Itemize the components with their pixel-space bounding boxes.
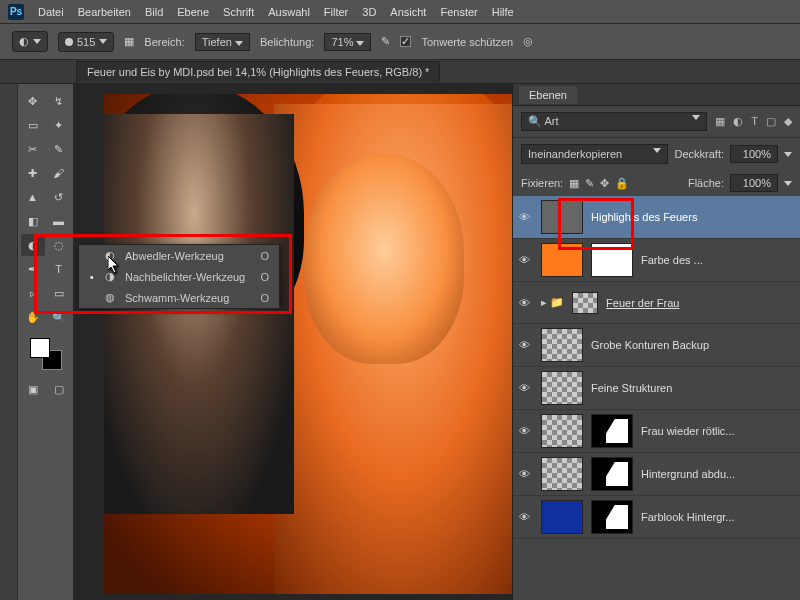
layer-thumb [591, 457, 633, 491]
document-tab-bar: Feuer und Eis by MDI.psd bei 14,1% (High… [0, 60, 800, 84]
eyedropper-tool[interactable]: ✎ [47, 138, 71, 160]
menu-item[interactable]: 3D [362, 6, 376, 18]
visibility-icon[interactable]: 👁 [519, 339, 533, 351]
stamp-tool[interactable]: ▲ [21, 186, 45, 208]
type-tool[interactable]: T [47, 258, 71, 280]
lock-icon[interactable]: ✥ [600, 177, 609, 190]
exposure-input[interactable]: 71% [324, 33, 371, 51]
layer-thumb [591, 500, 633, 534]
toolbox: ✥↯ ▭✦ ✂✎ ✚🖌 ▲↺ ◧▬ ◐◌ ✒T ▹▭ ✋🔍 ▣▢ [18, 84, 74, 600]
marquee-tool[interactable]: ▭ [21, 114, 45, 136]
menu-item[interactable]: Datei [38, 6, 64, 18]
layer-thumb [541, 457, 583, 491]
tool-preset[interactable]: ◐ [12, 31, 48, 52]
layer-name: Farbe des ... [641, 254, 794, 266]
eraser-tool[interactable]: ◧ [21, 210, 45, 232]
visibility-icon[interactable]: 👁 [519, 297, 533, 309]
visibility-icon[interactable]: 👁 [519, 425, 533, 437]
folder-icon[interactable]: ▸ 📁 [541, 296, 564, 309]
lock-icon[interactable]: ▦ [569, 177, 579, 190]
brush-tool[interactable]: 🖌 [47, 162, 71, 184]
collapsed-panel[interactable] [0, 84, 18, 600]
opacity-label: Deckkraft: [674, 148, 724, 160]
heal-tool[interactable]: ✚ [21, 162, 45, 184]
path-tool[interactable]: ▹ [21, 282, 45, 304]
flyout-item-sponge[interactable]: ◍Schwamm-WerkzeugO [79, 287, 279, 308]
menu-item[interactable]: Auswahl [268, 6, 310, 18]
brush-panel-icon[interactable]: ▦ [124, 35, 134, 48]
range-select[interactable]: Tiefen [195, 33, 250, 51]
shape-tool[interactable]: ▭ [47, 282, 71, 304]
layer-thumb [541, 500, 583, 534]
menu-item[interactable]: Bild [145, 6, 163, 18]
document-tab[interactable]: Feuer und Eis by MDI.psd bei 14,1% (High… [76, 61, 440, 82]
menu-item[interactable]: Ebene [177, 6, 209, 18]
airbrush-icon[interactable]: ✎ [381, 35, 390, 48]
color-swatches[interactable] [30, 338, 62, 370]
layer-row[interactable]: 👁Farblook Hintergr... [513, 496, 800, 539]
crop-tool[interactable]: ✂ [21, 138, 45, 160]
blur-tool[interactable]: ◌ [47, 234, 71, 256]
menu-item[interactable]: Hilfe [492, 6, 514, 18]
options-bar: ◐ 515 ▦ Bereich: Tiefen Belichtung: 71% … [0, 24, 800, 60]
layer-name: Feuer der Frau [606, 297, 794, 309]
quickmask[interactable]: ▣ [21, 378, 45, 400]
tool-flyout: ◐Abwedler-WerkzeugO ▪◑Nachbelichter-Werk… [78, 244, 280, 309]
menu-item[interactable]: Filter [324, 6, 348, 18]
document-image [104, 94, 512, 594]
layer-name: Feine Strukturen [591, 382, 794, 394]
visibility-icon[interactable]: 👁 [519, 254, 533, 266]
layer-thumb [541, 371, 583, 405]
protect-tones-checkbox[interactable] [400, 36, 411, 47]
menu-item[interactable]: Schrift [223, 6, 254, 18]
visibility-icon[interactable]: 👁 [519, 382, 533, 394]
layer-name: Highlights des Feuers [591, 211, 794, 223]
layer-row[interactable]: 👁Highlights des Feuers [513, 196, 800, 239]
protect-tones-label: Tonwerte schützen [421, 36, 513, 48]
layer-thumb [541, 200, 583, 234]
history-brush[interactable]: ↺ [47, 186, 71, 208]
layers-panel: Ebenen 🔍 Art ▦◐T▢◆ Ineinanderkopieren De… [512, 84, 800, 600]
pressure-icon[interactable]: ◎ [523, 35, 533, 48]
hand-tool[interactable]: ✋ [21, 306, 45, 328]
menu-bar: Ps Datei Bearbeiten Bild Ebene Schrift A… [0, 0, 800, 24]
pen-tool[interactable]: ✒ [21, 258, 45, 280]
layer-thumb [591, 243, 633, 277]
opacity-input[interactable]: 100% [730, 145, 778, 163]
layer-row[interactable]: 👁Farbe des ... [513, 239, 800, 282]
layer-thumb [541, 328, 583, 362]
zoom-tool[interactable]: 🔍 [47, 306, 71, 328]
move-tool[interactable]: ✥ [21, 90, 45, 112]
menu-item[interactable]: Bearbeiten [78, 6, 131, 18]
visibility-icon[interactable]: 👁 [519, 511, 533, 523]
lock-icon[interactable]: 🔒 [615, 177, 629, 190]
layer-row[interactable]: 👁Frau wieder rötlic... [513, 410, 800, 453]
dodge-tool[interactable]: ◐ [21, 234, 45, 256]
canvas-area[interactable] [74, 84, 512, 600]
screenmode[interactable]: ▢ [47, 378, 71, 400]
layer-name: Grobe Konturen Backup [591, 339, 794, 351]
menu-item[interactable]: Fenster [440, 6, 477, 18]
layer-thumb [541, 414, 583, 448]
exposure-label: Belichtung: [260, 36, 314, 48]
brush-picker[interactable]: 515 [58, 32, 114, 52]
layer-row[interactable]: 👁Grobe Konturen Backup [513, 324, 800, 367]
layer-row[interactable]: 👁Feine Strukturen [513, 367, 800, 410]
blend-mode-select[interactable]: Ineinanderkopieren [521, 144, 668, 164]
visibility-icon[interactable]: 👁 [519, 468, 533, 480]
panel-tab-layers[interactable]: Ebenen [519, 86, 577, 104]
filter-icons[interactable]: ▦◐T▢◆ [715, 115, 792, 128]
lock-icon[interactable]: ✎ [585, 177, 594, 190]
lock-label: Fixieren: [521, 177, 563, 189]
layer-filter[interactable]: 🔍 Art [521, 112, 707, 131]
layer-row[interactable]: 👁▸ 📁Feuer der Frau [513, 282, 800, 324]
fill-input[interactable]: 100% [730, 174, 778, 192]
gradient-tool[interactable]: ▬ [47, 210, 71, 232]
lasso-tool[interactable]: ↯ [47, 90, 71, 112]
visibility-icon[interactable]: 👁 [519, 211, 533, 223]
menu-item[interactable]: Ansicht [390, 6, 426, 18]
layer-thumb [541, 243, 583, 277]
layer-row[interactable]: 👁Hintergrund abdu... [513, 453, 800, 496]
wand-tool[interactable]: ✦ [47, 114, 71, 136]
layer-name: Hintergrund abdu... [641, 468, 794, 480]
